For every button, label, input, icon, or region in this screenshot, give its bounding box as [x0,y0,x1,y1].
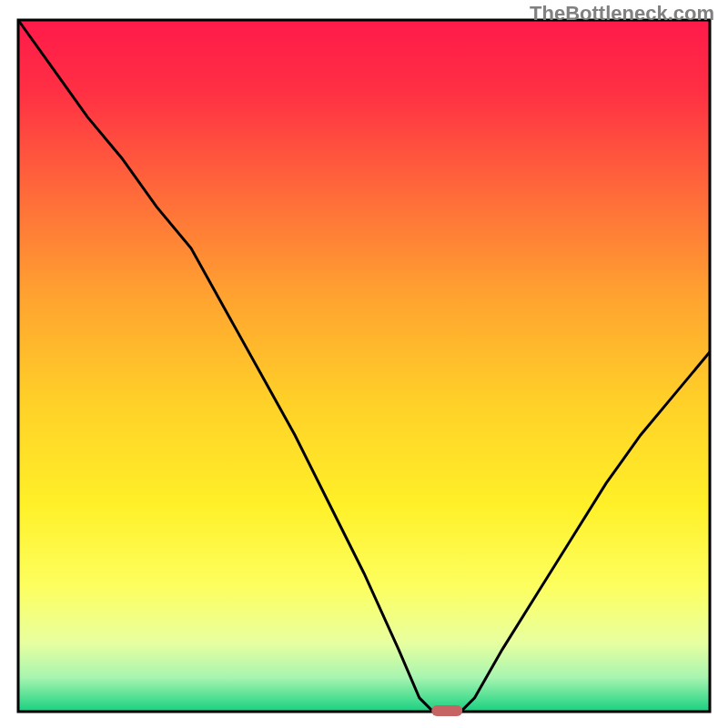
optimal-marker [431,705,462,716]
gradient-background [18,20,710,712]
bottleneck-chart: TheBottleneck.com [0,0,728,728]
chart-svg [0,0,728,728]
watermark-text: TheBottleneck.com [530,2,714,25]
